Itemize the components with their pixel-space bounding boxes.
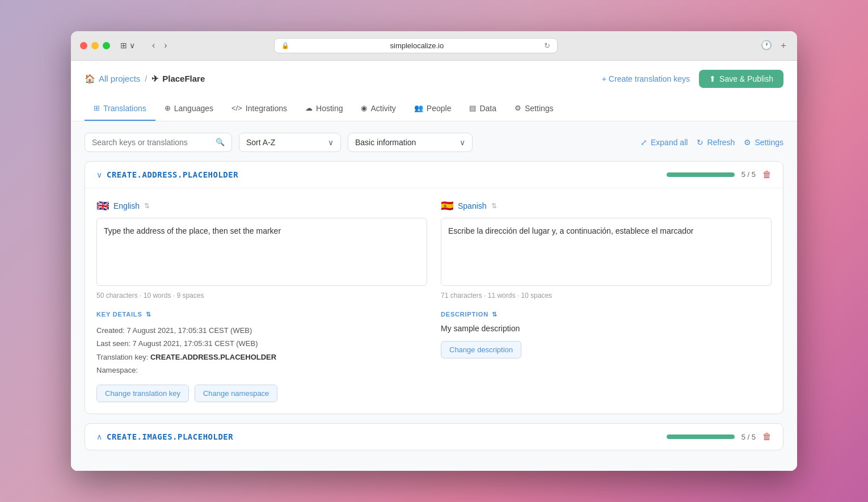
sidebar-toggle[interactable]: ⊞ ∨ [117,40,138,51]
reload-icon[interactable]: ↻ [544,41,550,50]
spanish-flag: 🇪🇸 [441,200,453,212]
languages-icon: ⊕ [165,104,171,112]
key-action-buttons: Change translation key Change namespace [96,385,427,402]
back-button[interactable]: ‹ [150,39,157,52]
filter-dropdown[interactable]: Basic information ∨ [348,133,473,152]
created-text: Created: 7 August 2021, 17:05:31 CEST (W… [96,324,427,337]
close-button[interactable] [80,42,87,49]
namespace-row: Namespace: [96,364,427,377]
translation-card-2: ∧ CREATE.IMAGES.PLACEHOLDER 5 / 5 🗑 [85,423,783,450]
save-publish-label: Save & Publish [719,74,773,83]
tab-people[interactable]: 👥 People [405,97,461,121]
change-namespace-button[interactable]: Change namespace [195,385,277,402]
description-label: DESCRIPTION ⇅ [441,311,772,318]
home-icon: 🏠 [85,74,95,84]
progress-bar-2 [667,434,735,439]
tab-languages[interactable]: ⊕ Languages [155,97,222,121]
description-section: DESCRIPTION ⇅ My sample description Chan… [441,311,772,403]
delete-button-1[interactable]: 🗑 [762,170,772,180]
main-content: 🔍 Sort A-Z ∨ Basic information ∨ ⤢ Expan… [71,121,797,471]
last-seen-text: Last seen: 7 August 2021, 17:05:31 CEST … [96,337,427,350]
toolbar-actions: ⤢ Expand all ↻ Refresh ⚙ Settings [641,138,783,147]
change-translation-key-button[interactable]: Change translation key [96,385,189,402]
expand-all-label: Expand all [651,138,688,147]
translation-key-value: CREATE.ADDRESS.PLACEHOLDER [150,353,276,361]
breadcrumb-separator: / [145,74,147,83]
tab-settings[interactable]: ⚙ Settings [505,97,563,121]
key-details-info: Created: 7 August 2021, 17:05:31 CEST (W… [96,324,427,377]
breadcrumb-home-label: All projects [99,74,140,83]
tab-people-label: People [427,104,452,113]
translations-icon: ⊞ [94,104,100,112]
spanish-textarea[interactable] [441,218,772,286]
tab-data[interactable]: ▤ Data [460,97,505,121]
card-header-2[interactable]: ∧ CREATE.IMAGES.PLACEHOLDER 5 / 5 🗑 [85,424,783,450]
toolbar: 🔍 Sort A-Z ∨ Basic information ∨ ⤢ Expan… [85,133,783,152]
create-keys-label: + Create translation keys [602,74,690,83]
tab-hosting-label: Hosting [316,104,343,113]
change-description-button[interactable]: Change description [441,341,521,358]
description-action-buttons: Change description [441,341,772,358]
create-translation-keys-button[interactable]: + Create translation keys [602,74,690,83]
breadcrumb-home-link[interactable]: 🏠 All projects [85,74,140,84]
top-nav: 🏠 All projects / ✈ PlaceFlare + Create t… [71,61,797,121]
save-publish-button[interactable]: ⬆ Save & Publish [699,70,783,88]
settings-label: Settings [755,138,783,147]
description-content: My sample description [441,324,772,333]
breadcrumb-actions: + Create translation keys ⬆ Save & Publi… [602,70,783,88]
settings-icon: ⚙ [515,104,521,112]
history-icon[interactable]: 🕐 [761,40,772,52]
tab-data-label: Data [479,104,496,113]
english-textarea[interactable] [96,218,427,286]
tab-activity-label: Activity [370,104,395,113]
translation-key-row: Translation key: CREATE.ADDRESS.PLACEHOL… [96,351,427,364]
card-header-right-1: 5 / 5 🗑 [667,170,772,180]
tab-translations[interactable]: ⊞ Translations [85,97,155,121]
english-header: 🇬🇧 English ⇅ [96,200,427,212]
forward-button[interactable]: › [162,39,169,52]
people-icon: 👥 [414,104,423,112]
description-text: DESCRIPTION [441,311,488,318]
key-details-label: KEY DETAILS ⇅ [96,311,427,318]
progress-bar-1 [667,172,735,177]
refresh-button[interactable]: ↻ Refresh [697,138,735,147]
tab-integrations[interactable]: </> Integrations [222,97,296,121]
browser-controls: ‹ › [150,39,170,52]
browser-actions: 🕐 ＋ [761,40,788,52]
app-content: 🏠 All projects / ✈ PlaceFlare + Create t… [71,61,797,471]
key-details-text: KEY DETAILS [96,311,142,318]
sort-dropdown[interactable]: Sort A-Z ∨ [239,133,341,152]
tab-translations-label: Translations [103,104,146,113]
breadcrumb-current-project: ✈ PlaceFlare [151,74,205,84]
progress-fill-2 [667,434,735,439]
english-flag: 🇬🇧 [96,200,109,212]
progress-text-1: 5 / 5 [741,170,756,179]
namespace-label: Namespace: [96,366,138,374]
new-tab-icon[interactable]: ＋ [779,40,788,52]
tab-activity[interactable]: ◉ Activity [352,97,404,121]
translation-key-1: CREATE.ADDRESS.PLACEHOLDER [107,170,238,179]
spanish-sort-icon[interactable]: ⇅ [491,202,497,210]
expand-all-button[interactable]: ⤢ Expand all [641,138,688,147]
maximize-button[interactable] [103,42,110,49]
delete-button-2[interactable]: 🗑 [762,432,772,442]
hosting-icon: ☁ [305,104,313,112]
tab-hosting[interactable]: ☁ Hosting [296,97,352,121]
search-input[interactable] [92,138,211,147]
card-header-1[interactable]: ∨ CREATE.ADDRESS.PLACEHOLDER 5 / 5 🗑 [85,162,783,188]
gear-icon: ⚙ [744,138,751,147]
progress-fill-1 [667,172,735,177]
browser-chrome: ⊞ ∨ ‹ › 🔒 simplelocalize.io ↻ 🕐 ＋ [71,31,797,61]
english-sort-icon[interactable]: ⇅ [144,202,150,210]
settings-button[interactable]: ⚙ Settings [744,138,783,147]
english-section: 🇬🇧 English ⇅ 50 characters · 10 words · … [96,200,427,299]
card-header-right-2: 5 / 5 🗑 [667,432,772,442]
expand-icon: ⤢ [641,138,647,147]
spanish-header: 🇪🇸 Spanish ⇅ [441,200,772,212]
search-box[interactable]: 🔍 [85,133,232,152]
tab-languages-label: Languages [174,104,213,113]
address-bar[interactable]: 🔒 simplelocalize.io ↻ [274,38,558,53]
upload-icon: ⬆ [709,74,716,83]
minimize-button[interactable] [91,42,99,49]
tab-integrations-label: Integrations [246,104,287,113]
